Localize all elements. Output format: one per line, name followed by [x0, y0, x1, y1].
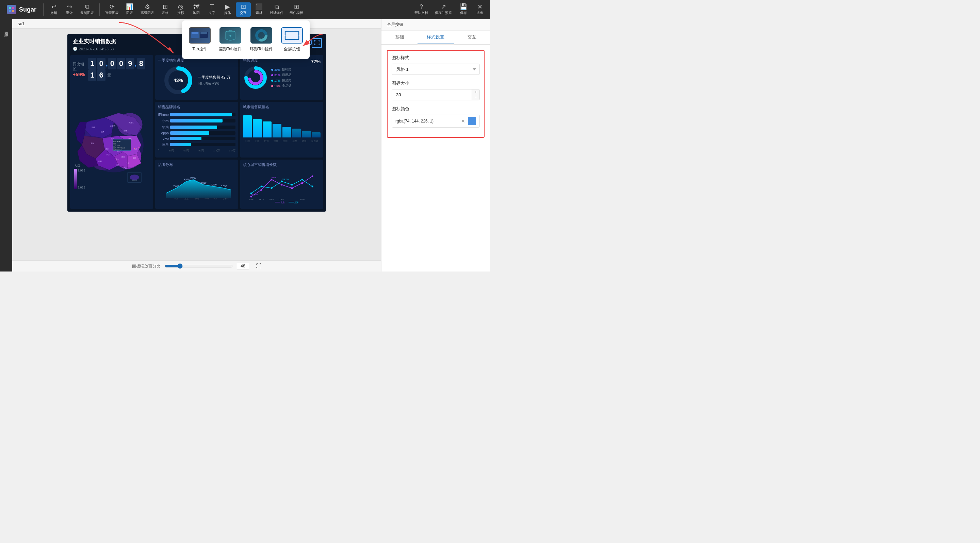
- bar-row: oppo: [158, 131, 235, 135]
- svg-text:小米71: 小米71: [223, 198, 229, 200]
- svg-text:北京: 北京: [281, 201, 285, 203]
- svg-point-73: [250, 196, 252, 198]
- style-settings-box: 图标样式 风格 1风格 2风格 3 图标大小 + − 图标颜色: [387, 50, 485, 138]
- svg-text:重庆: 重庆: [105, 148, 109, 150]
- chart-button[interactable]: 📊 图表: [122, 2, 137, 17]
- svg-text:新疆: 新疆: [92, 126, 95, 128]
- color-clear-button[interactable]: ✕: [461, 118, 465, 124]
- text-label: 文字: [208, 11, 215, 15]
- indicator-button[interactable]: ◎ 指标: [173, 2, 188, 17]
- table-icon: ⊞: [163, 4, 168, 10]
- smart-chart-button[interactable]: ⟳ 智能图表: [102, 2, 121, 17]
- toolbar-group-charts: ⟳ 智能图表 📊 图表 ⚙ 高级图表 ⊞ 表格 ◎ 指标 🗺 地图 T 文字 ▶: [102, 2, 306, 17]
- tab-control-item[interactable]: Tab控件: [189, 27, 211, 52]
- filter-label: 过滤条件: [270, 11, 283, 15]
- svg-text:流动人口: 私人: 流动人口: 私人: [113, 149, 122, 151]
- table-button[interactable]: ⊞ 表格: [158, 2, 172, 17]
- tab-control-icon: [189, 27, 211, 44]
- kpi-row: 同比增长 +59% 1 0 , 0 0 9 , 8: [73, 58, 150, 81]
- exit-button[interactable]: ✕ 退出: [472, 2, 487, 17]
- tab-interact[interactable]: 交互: [454, 31, 490, 44]
- svg-point-84: [291, 184, 293, 186]
- zoom-slider[interactable]: [165, 264, 233, 269]
- sidebar-item-layer[interactable]: 图层管理: [2, 26, 10, 34]
- svg-rect-14: [285, 31, 299, 40]
- copy-chart-button[interactable]: ⧉ 复制图表: [78, 2, 97, 17]
- core-city-section: 核心城市销售增长额: [240, 160, 323, 209]
- component-template-icon: ⊞: [294, 4, 299, 10]
- diamond-tab-label: 菱形Tab控件: [219, 46, 242, 52]
- svg-point-77: [291, 187, 293, 189]
- icon-size-group: 图标大小 + −: [392, 80, 480, 100]
- undo-button[interactable]: ↩ 撤销: [46, 2, 61, 17]
- filter-button[interactable]: ⧉ 过滤条件: [267, 2, 286, 17]
- exit-label: 退出: [476, 11, 483, 15]
- tab-style[interactable]: 样式设置: [417, 31, 453, 44]
- tab-basic[interactable]: 基础: [382, 31, 417, 44]
- save-preview-button[interactable]: ↗ 保存并预览: [432, 2, 455, 17]
- icon-size-decrement[interactable]: −: [472, 95, 479, 100]
- color-swatch[interactable]: [468, 117, 476, 125]
- text-button[interactable]: T 文字: [205, 2, 220, 17]
- fullscreen-btn-item[interactable]: 全屏按钮: [281, 27, 303, 52]
- component-template-label: 组件模板: [290, 11, 303, 15]
- diamond-tab-item[interactable]: ◆ 菱形Tab控件: [219, 27, 242, 52]
- svg-text:724,793: 724,793: [282, 178, 288, 180]
- ring-tab-item[interactable]: 环形Tab控件: [250, 27, 272, 52]
- save-button[interactable]: 💾 保存: [456, 2, 471, 17]
- svg-rect-2: [9, 10, 11, 12]
- icon-color-input[interactable]: [395, 119, 458, 124]
- media-button[interactable]: ▶ 媒体: [220, 2, 235, 17]
- tab-control-label: Tab控件: [192, 46, 207, 52]
- zoom-expand-icon[interactable]: ⛶: [256, 263, 261, 269]
- svg-text:◆: ◆: [229, 34, 232, 37]
- canvas-tab[interactable]: sc1: [18, 21, 24, 26]
- material-icon: ⬛: [255, 4, 263, 10]
- layer-text: 图层管理: [5, 29, 8, 31]
- svg-text:面积: 20万平方公里: 面积: 20万平方公里: [113, 147, 125, 149]
- zoom-value: 48: [237, 263, 249, 270]
- icon-size-input-group: + −: [392, 89, 480, 100]
- svg-text:甘肃: 甘肃: [101, 131, 104, 133]
- svg-text:5,660: 5,660: [211, 183, 217, 186]
- copy-chart-label: 复制图表: [80, 11, 94, 15]
- save-icon: 💾: [460, 4, 467, 10]
- chart-icon: 📊: [126, 4, 134, 10]
- material-button[interactable]: ⬛ 素材: [251, 2, 266, 17]
- interact-button[interactable]: ⊡ 交互: [236, 2, 251, 17]
- svg-text:9,570: 9,570: [183, 178, 189, 181]
- svg-text:三星: 三星: [185, 198, 189, 200]
- help-doc-button[interactable]: ? 帮助文档: [412, 2, 431, 17]
- help-icon: ?: [420, 4, 423, 10]
- component-template-button[interactable]: ⊞ 组件模板: [287, 2, 306, 17]
- redo-button[interactable]: ↪ 重做: [62, 2, 77, 17]
- svg-text:8,919: 8,919: [200, 182, 207, 184]
- svg-point-59: [250, 71, 262, 84]
- advanced-chart-button[interactable]: ⚙ 高级图表: [138, 2, 157, 17]
- icon-size-input[interactable]: [392, 89, 472, 100]
- smart-chart-icon: ⟳: [110, 4, 115, 10]
- icon-style-select[interactable]: 风格 1风格 2风格 3: [392, 64, 480, 75]
- undo-icon: ↩: [51, 4, 56, 10]
- filter-icon: ⧉: [275, 4, 279, 10]
- zoom-label: 面板缩放百分比: [132, 264, 161, 269]
- svg-point-52: [130, 175, 139, 180]
- interact-label: 交互: [240, 11, 247, 15]
- redo-label: 重做: [66, 11, 73, 15]
- svg-text:云南: 云南: [116, 164, 119, 166]
- map-button[interactable]: 🗺 地图: [189, 2, 204, 17]
- svg-text:869,714: 869,714: [251, 194, 258, 195]
- svg-rect-1: [12, 7, 14, 9]
- svg-text:9,937: 9,937: [190, 176, 196, 179]
- svg-text:oppo: oppo: [205, 198, 209, 200]
- svg-point-78: [301, 183, 303, 184]
- save-preview-icon: ↗: [441, 4, 446, 10]
- brand-rank-section: 销售品牌排名 iPhone 小米 华为 oppo vivo 三星 030万60万…: [155, 102, 238, 158]
- icon-color-group: 图标颜色 ✕: [392, 106, 480, 128]
- svg-point-85: [301, 179, 303, 181]
- icon-size-increment[interactable]: +: [472, 89, 479, 95]
- svg-text:吉林: 吉林: [124, 130, 127, 132]
- dashboard-fullscreen-btn[interactable]: [312, 38, 322, 48]
- svg-text:湖南: 湖南: [121, 156, 125, 158]
- toolbar: Sugar ↩ 撤销 ↪ 重做 ⧉ 复制图表 ⟳ 智能图表 📊 图表 ⚙ 高级图…: [0, 0, 490, 19]
